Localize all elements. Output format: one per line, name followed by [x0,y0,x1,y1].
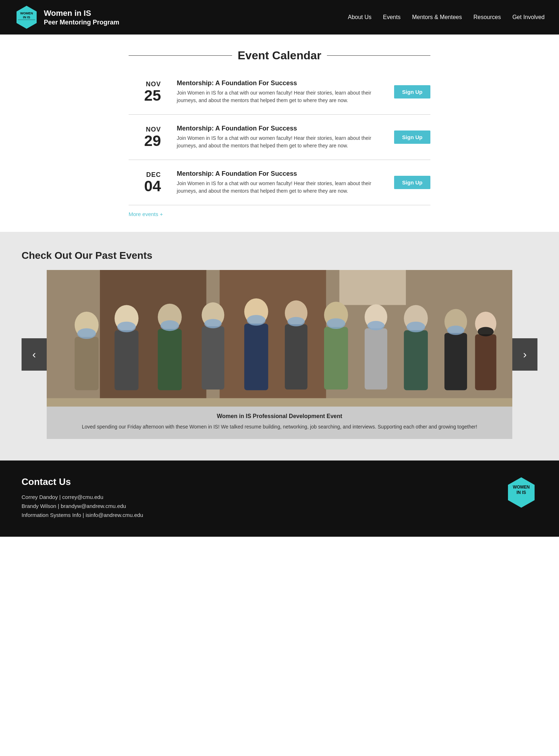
calendar-title: Event Calendar [129,49,430,62]
svg-point-37 [327,318,345,329]
contact-3: Information Systems Info | isinfo@andrew… [22,512,143,518]
women-in-is-logo-icon: WOMEN IN IS [14,5,39,29]
nav-mentors[interactable]: Mentors & Mentees [412,14,462,20]
svg-text:WOMEN: WOMEN [20,12,33,15]
event-desc-3: Join Women in IS for a chat with our wom… [177,180,385,195]
signup-button-2[interactable]: Sign Up [394,130,430,144]
logo-area: WOMEN IN IS Women in IS Peer Mentoring P… [14,5,119,29]
svg-point-36 [287,317,305,326]
event-details-3: Mentorship: A Foundation For Success Joi… [170,170,385,195]
event-name-1: Mentorship: A Foundation For Success [177,79,385,87]
event-date-2: NOV 29 [129,126,161,148]
svg-rect-16 [202,326,224,390]
svg-point-33 [161,320,179,331]
svg-rect-14 [158,329,182,390]
nav-about[interactable]: About Us [348,14,371,20]
event-name-2: Mentorship: A Foundation For Success [177,125,385,132]
contact-1: Correy Dandoy | correy@cmu.edu [22,494,143,500]
logo-line1: Women in IS [44,8,119,18]
main-content: Event Calendar NOV 25 Mentorship: A Foun… [107,35,452,232]
svg-point-40 [447,326,465,335]
footer-logo-icon: WOMEN IN IS [505,476,537,509]
svg-point-31 [77,328,96,339]
carousel-caption: Women in IS Professional Development Eve… [47,407,512,439]
event-desc-1: Join Women in IS for a chat with our wom… [177,89,385,104]
svg-rect-30 [475,334,496,390]
svg-rect-20 [285,324,308,389]
event-list: NOV 25 Mentorship: A Foundation For Succ… [129,69,430,205]
svg-point-39 [407,322,425,333]
carousel-image-area: Women in IS Professional Development Eve… [47,270,512,439]
svg-rect-28 [444,333,467,390]
event-row: NOV 25 Mentorship: A Foundation For Succ… [129,69,430,115]
footer-contact: Contact Us Correy Dandoy | correy@cmu.ed… [22,476,143,521]
main-nav: About Us Events Mentors & Mentees Resour… [348,14,545,20]
event-day-2: 29 [129,133,161,148]
contact-title: Contact Us [22,476,143,487]
event-date-3: DEC 04 [129,171,161,194]
event-row: DEC 04 Mentorship: A Foundation For Succ… [129,160,430,205]
svg-rect-22 [324,327,348,390]
nav-get-involved[interactable]: Get Involved [512,14,545,20]
contact-2: Brandy Wilson | brandyw@andrew.cmu.edu [22,503,143,509]
svg-text:IN IS: IN IS [23,15,30,19]
header: WOMEN IN IS Women in IS Peer Mentoring P… [0,0,559,35]
svg-rect-26 [404,330,428,390]
svg-rect-10 [75,337,99,390]
carousel-prev-button[interactable]: ‹ [22,338,47,371]
nav-events[interactable]: Events [383,14,401,20]
svg-rect-24 [365,328,387,389]
svg-rect-12 [115,330,139,390]
svg-rect-7 [339,270,406,305]
event-name-3: Mentorship: A Foundation For Success [177,170,385,178]
event-day-3: 04 [129,179,161,194]
past-events-title: Check Out Our Past Events [22,250,537,261]
svg-point-35 [247,315,265,326]
event-details-1: Mentorship: A Foundation For Success Joi… [170,79,385,104]
svg-rect-18 [244,324,268,390]
nav-resources[interactable]: Resources [473,14,501,20]
carousel: ‹ [22,270,537,439]
svg-rect-3 [18,19,35,20]
event-desc-2: Join Women in IS for a chat with our wom… [177,134,385,150]
event-photo [47,270,512,407]
footer-logo-area: WOMEN IN IS [505,476,537,509]
svg-point-41 [478,327,494,336]
svg-rect-8 [47,398,512,407]
svg-point-38 [367,321,384,330]
caption-title: Women in IS Professional Development Eve… [57,413,502,420]
carousel-next-button[interactable]: › [512,338,537,371]
svg-point-32 [117,322,136,333]
caption-text: Loved spending our Friday afternoon with… [57,423,502,431]
event-row: NOV 29 Mentorship: A Foundation For Succ… [129,115,430,160]
svg-rect-6 [220,270,326,407]
more-events-link[interactable]: More events + [129,211,163,217]
event-date-1: NOV 25 [129,81,161,103]
event-day-1: 25 [129,88,161,103]
svg-text:IN IS: IN IS [517,490,526,495]
svg-text:WOMEN: WOMEN [513,485,530,490]
svg-point-34 [204,319,222,328]
signup-button-3[interactable]: Sign Up [394,176,430,189]
footer: Contact Us Correy Dandoy | correy@cmu.ed… [0,461,559,537]
signup-button-1[interactable]: Sign Up [394,85,430,98]
past-events-section: Check Out Our Past Events ‹ [0,232,559,461]
event-details-2: Mentorship: A Foundation For Success Joi… [170,125,385,150]
logo-line2: Peer Mentoring Program [44,18,119,27]
logo-text: Women in IS Peer Mentoring Program [44,8,119,26]
